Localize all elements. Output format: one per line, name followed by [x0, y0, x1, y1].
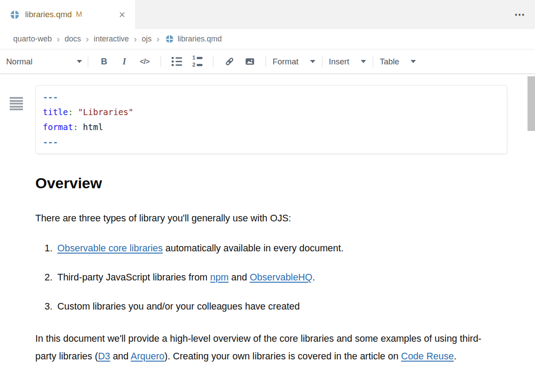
- list-number: 1.: [35, 243, 57, 254]
- intro-paragraph: There are three types of library you'll …: [35, 212, 535, 224]
- breadcrumb-item-quarto-web[interactable]: quarto-web: [13, 34, 52, 44]
- list-number: 2.: [35, 272, 57, 284]
- yaml-entry-format: format:html: [43, 119, 500, 134]
- link-code-reuse[interactable]: Code Reuse: [401, 351, 454, 362]
- breadcrumb-item-ojs[interactable]: ojs: [142, 34, 151, 44]
- insert-image-button[interactable]: [239, 53, 260, 71]
- vertical-scrollbar-thumb[interactable]: [528, 76, 535, 131]
- git-modified-badge: M: [76, 10, 82, 19]
- paragraph-style-value: Normal: [6, 57, 33, 67]
- breadcrumb-item-file[interactable]: libraries.qmd: [165, 34, 222, 44]
- italic-icon: I: [123, 56, 126, 67]
- format-menu[interactable]: Format: [272, 57, 316, 67]
- toolbar-divider: [88, 56, 88, 67]
- toolbar-divider: [266, 56, 266, 67]
- yaml-entry-title: title:"Libraries": [43, 105, 500, 119]
- breadcrumb: quarto-web › docs › interactive › ojs › …: [0, 29, 535, 49]
- numbered-list-icon: 1 2: [192, 55, 202, 68]
- link-npm[interactable]: npm: [210, 272, 228, 283]
- breadcrumb-item-interactive[interactable]: interactive: [94, 34, 129, 44]
- list-item: 1.Observable core libraries automaticall…: [35, 243, 535, 254]
- section-heading-overview: Overview: [35, 174, 535, 192]
- tab-filename: libraries.qmd: [25, 10, 72, 19]
- breadcrumb-filename: libraries.qmd: [178, 34, 222, 44]
- chevron-right-icon: ›: [157, 34, 160, 44]
- table-menu[interactable]: Table: [379, 57, 417, 67]
- more-actions-icon[interactable]: ⋯: [514, 8, 525, 21]
- chevron-right-icon: ›: [57, 34, 60, 44]
- editor-actions: ⋯: [514, 0, 525, 29]
- toolbar-divider: [161, 56, 161, 67]
- link-observablehq[interactable]: ObservableHQ: [250, 272, 312, 283]
- link-d3[interactable]: D3: [98, 351, 110, 362]
- chevron-down-icon: [361, 60, 366, 63]
- bullet-list-button[interactable]: [167, 53, 187, 71]
- link-arquero[interactable]: Arquero: [131, 351, 165, 362]
- tab-libraries-qmd[interactable]: libraries.qmd M ×: [0, 0, 135, 29]
- outline-gutter-icon[interactable]: [10, 97, 23, 110]
- toolbar-divider: [213, 56, 213, 67]
- library-types-list: 1.Observable core libraries automaticall…: [35, 243, 535, 313]
- tab-bar: libraries.qmd M × ⋯: [0, 0, 535, 29]
- list-item: 3.Custom libraries you and/or your colle…: [35, 301, 535, 313]
- chevron-down-icon: [77, 60, 82, 63]
- close-tab-icon[interactable]: ×: [119, 9, 125, 20]
- chevron-down-icon: [310, 60, 315, 63]
- quarto-file-icon: [11, 11, 19, 19]
- numbered-list-button[interactable]: 1 2: [187, 53, 207, 71]
- link-observable-core-libraries[interactable]: Observable core libraries: [57, 243, 163, 254]
- paragraph-style-select[interactable]: Normal: [6, 57, 82, 67]
- yaml-fence: ---: [43, 90, 500, 105]
- closing-paragraph: In this document we'll provide a high-le…: [35, 330, 482, 365]
- bold-button[interactable]: B: [94, 53, 114, 71]
- yaml-fence: ---: [43, 134, 500, 149]
- link-icon: [224, 56, 235, 67]
- visual-editor-surface[interactable]: --- title:"Libraries" format:html --- Ov…: [0, 85, 535, 392]
- inline-code-button[interactable]: </>: [135, 53, 155, 71]
- chevron-down-icon: [411, 60, 416, 63]
- toolbar-divider: [322, 56, 322, 67]
- list-item: 2.Third-party JavaScript libraries from …: [35, 272, 535, 284]
- insert-menu[interactable]: Insert: [328, 57, 367, 67]
- breadcrumb-item-docs[interactable]: docs: [65, 34, 81, 44]
- bullet-list-icon: [172, 57, 182, 66]
- insert-link-button[interactable]: [219, 53, 239, 71]
- bold-icon: B: [101, 56, 107, 67]
- toolbar-divider: [373, 56, 373, 67]
- quarto-file-icon: [166, 35, 173, 43]
- italic-button[interactable]: I: [114, 53, 135, 71]
- list-number: 3.: [35, 301, 57, 313]
- editor-window: libraries.qmd M × ⋯ quarto-web › docs › …: [0, 0, 535, 392]
- yaml-front-matter-block[interactable]: --- title:"Libraries" format:html ---: [35, 85, 507, 154]
- chevron-right-icon: ›: [86, 34, 89, 44]
- formatting-toolbar: Normal B I </> 1 2: [0, 49, 535, 74]
- image-icon: [245, 56, 255, 67]
- chevron-right-icon: ›: [134, 34, 137, 44]
- code-icon: </>: [140, 58, 150, 66]
